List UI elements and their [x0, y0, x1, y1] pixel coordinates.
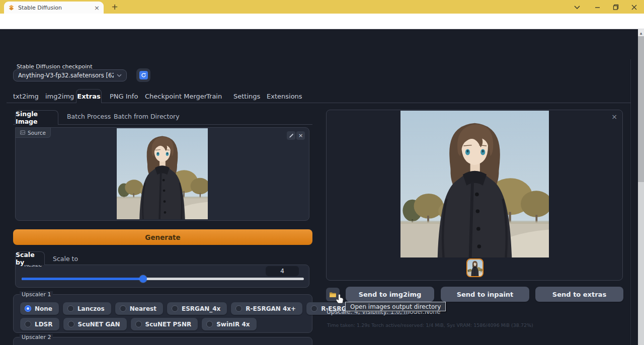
slider-handle[interactable] — [139, 275, 147, 283]
app-page: Stable Diffusion checkpoint Anything-V3-… — [0, 29, 644, 345]
close-icon[interactable] — [630, 3, 638, 11]
screen: Stable Diffusion × + ← → i 127.0.0.1:786… — [0, 0, 644, 345]
chevron-down-icon — [117, 74, 122, 77]
upscaler1-option-esrgan4x[interactable]: ESRGAN_4x — [167, 302, 227, 315]
radio-icon — [25, 305, 31, 312]
gallery-thumbnail-selected[interactable] — [466, 258, 484, 277]
edit-image-button[interactable] — [287, 131, 295, 140]
radio-icon — [67, 305, 74, 312]
radio-icon — [311, 305, 317, 312]
upscaler1-option-scunet-gan[interactable]: ScuNET GAN — [63, 318, 127, 330]
checkpoint-dropdown[interactable]: Anything-V3-fp32.safetensors [625a2ba2] — [13, 69, 127, 81]
tab-extras[interactable]: Extras — [76, 89, 102, 103]
tab-extensions[interactable]: Extensions — [267, 90, 302, 103]
subtab-single-image[interactable]: Single Image — [15, 110, 58, 125]
upscaler-2-label: Upscaler 2 — [20, 334, 53, 340]
checkpoint-value: Anything-V3-fp32.safetensors [625a2ba2] — [18, 72, 114, 79]
send-to-extras-button[interactable]: Send to extras — [535, 287, 623, 302]
scale-to-tab[interactable]: Scale to — [53, 255, 78, 263]
resize-slider[interactable] — [22, 278, 304, 280]
radio-icon — [135, 321, 142, 327]
upscaler1-option-resrgan4x[interactable]: R-ESRGAN 4x+ — [231, 302, 302, 315]
send-to-inpaint-button[interactable]: Send to inpaint — [441, 287, 529, 302]
radio-icon — [68, 321, 74, 327]
tab-train[interactable]: Train — [206, 90, 222, 103]
option-label: ScuNET GAN — [78, 321, 120, 328]
option-label: SwinIR 4x — [216, 321, 250, 328]
maximize-icon[interactable] — [612, 3, 620, 11]
option-label: ScuNET PSNR — [145, 321, 192, 328]
tab-txt2img[interactable]: txt2img — [13, 90, 39, 103]
slider-fill — [22, 278, 143, 280]
scale-by-tab[interactable]: Scale by — [15, 251, 45, 265]
radio-icon — [206, 321, 213, 327]
upscaler1-option-none[interactable]: None — [20, 302, 59, 315]
source-image-dropzone[interactable]: Source × — [15, 127, 309, 221]
image-icon — [20, 130, 25, 135]
radio-icon — [25, 321, 31, 327]
tab-png-info[interactable]: PNG Info — [110, 90, 138, 103]
pencil-icon — [289, 133, 294, 138]
minimize-icon[interactable] — [593, 3, 601, 11]
option-label: R-ESRGAN 4x+ — [246, 305, 296, 312]
tab-checkpoint-merger[interactable]: Checkpoint Merger — [145, 90, 207, 103]
chevron-down-icon[interactable] — [573, 3, 581, 11]
browser-tab[interactable]: Stable Diffusion × — [4, 2, 104, 14]
send-to-img2img-button[interactable]: Send to img2img — [346, 287, 434, 302]
browser-toolbar: ← → i 127.0.0.1:7860 ★ G ⋮ — [0, 14, 644, 29]
tab-img2img[interactable]: img2img — [45, 90, 74, 103]
upscaler-1-label: Upscaler 1 — [20, 291, 53, 298]
browser-tab-bar: Stable Diffusion × + — [0, 0, 644, 14]
resize-panel: Resize 4 — [15, 265, 309, 288]
resize-value-input[interactable]: 4 — [266, 266, 299, 276]
refresh-checkpoint-button[interactable] — [136, 68, 150, 82]
thumbnail-image — [467, 260, 482, 276]
subtab-batch-process[interactable]: Batch Process — [67, 113, 111, 120]
upscaler1-option-lanczos[interactable]: Lanczos — [63, 302, 111, 315]
result-gallery: × — [326, 110, 623, 281]
upscaler-1-group: Upscaler 1 None Lanczos Nearest ESRGAN_4… — [13, 294, 312, 333]
tooltip: Open images output directory — [345, 302, 446, 311]
radio-icon — [235, 305, 242, 312]
radio-icon — [172, 305, 178, 312]
favicon-icon — [8, 5, 15, 11]
option-label: LDSR — [35, 321, 53, 328]
upscaler1-option-ldsr[interactable]: LDSR — [20, 318, 59, 330]
option-label: None — [35, 305, 52, 312]
option-label: Lanczos — [77, 305, 105, 312]
upscaler1-option-swinir4x[interactable]: SwinIR 4x — [202, 318, 256, 330]
status-line: Time taken: 1.29s Torch active/reserved:… — [327, 322, 533, 328]
radio-icon — [120, 305, 126, 312]
result-image[interactable] — [400, 111, 549, 257]
upscaler1-option-scunet-psnr[interactable]: ScuNET PSNR — [131, 318, 198, 330]
source-label-chip: Source — [16, 128, 51, 138]
cursor-hand-icon — [336, 294, 344, 306]
browser-tab-title: Stable Diffusion — [18, 5, 91, 11]
scrollbar-thumb[interactable] — [638, 36, 644, 182]
upscaler1-option-nearest[interactable]: Nearest — [115, 302, 163, 315]
gallery-close-icon[interactable]: × — [611, 113, 617, 121]
generate-button[interactable]: Generate — [13, 229, 312, 245]
option-label: ESRGAN_4x — [182, 305, 220, 312]
source-image — [117, 128, 208, 219]
upscaler-2-group: Upscaler 2 None Lanczos Nearest ESRGAN_4… — [13, 337, 312, 345]
refresh-icon — [139, 71, 148, 79]
scrollbar-up-arrow[interactable]: ▲ — [638, 29, 644, 36]
subtab-batch-from-directory[interactable]: Batch from Directory — [114, 113, 180, 120]
option-label: Nearest — [130, 305, 156, 312]
tab-settings[interactable]: Settings — [233, 90, 260, 103]
source-label: Source — [28, 130, 46, 136]
tab-close-icon[interactable]: × — [94, 5, 100, 11]
clear-image-button[interactable]: × — [296, 131, 305, 140]
new-tab-button[interactable]: + — [109, 1, 121, 12]
